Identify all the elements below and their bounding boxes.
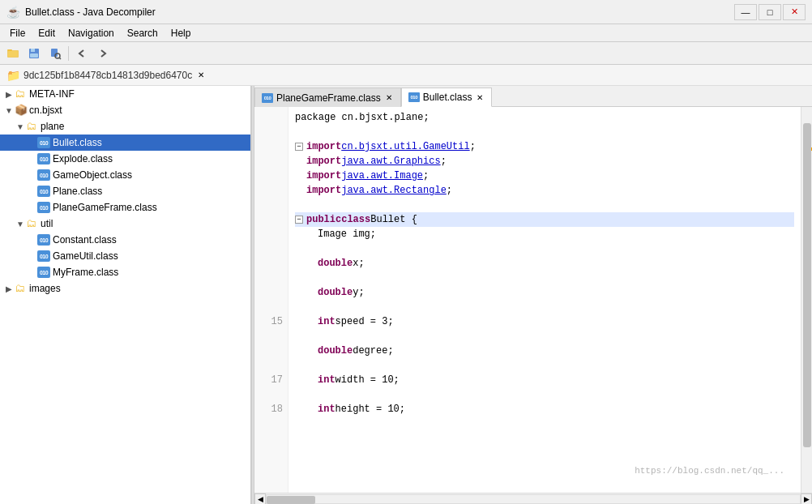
- tab-close-bullet[interactable]: ✕: [475, 92, 485, 102]
- tree-item-explode[interactable]: ▶ 010 Explode.class: [0, 151, 250, 167]
- save-button[interactable]: [24, 45, 44, 62]
- file-path-close-button[interactable]: ✕: [195, 70, 207, 81]
- expand-meta-inf[interactable]: ▶: [3, 88, 15, 100]
- collapse-class-btn[interactable]: −: [295, 216, 303, 224]
- ln-12: [254, 271, 288, 285]
- expand-util[interactable]: ▼: [15, 218, 26, 229]
- ln-10: [254, 241, 288, 256]
- field-speed: speed = 3;: [335, 314, 394, 329]
- tree-label-planegameframe: PlaneGameFrame.class: [53, 202, 157, 213]
- ln-5: [254, 169, 288, 183]
- menu-navigation[interactable]: Navigation: [62, 24, 121, 41]
- tab-bullet[interactable]: 010 Bullet.class ✕: [401, 88, 493, 107]
- collapse-import-btn[interactable]: −: [295, 143, 303, 151]
- menu-search[interactable]: Search: [121, 24, 165, 41]
- tree-item-meta-inf[interactable]: ▶ 🗂 META-INF: [0, 86, 250, 102]
- tree-label-cn-bjsxt: cn.bjsxt: [29, 105, 62, 116]
- close-button[interactable]: ✕: [783, 4, 806, 20]
- svg-rect-2: [8, 51, 18, 57]
- semicolon-1: ;: [470, 139, 476, 154]
- search-file-icon: [49, 47, 62, 60]
- kw-import-3: import: [306, 169, 341, 183]
- search-file-button[interactable]: [45, 45, 65, 62]
- tree-item-plane[interactable]: ▼ 🗂 plane: [0, 118, 250, 135]
- code-area: 15 17 18 package cn.bjsxt.plane; −: [254, 107, 812, 493]
- tree-item-planegameframe[interactable]: ▶ 010 PlaneGameFrame.class: [0, 199, 250, 216]
- bottom-bar: ◀ ▶: [254, 493, 812, 504]
- tab-bar: 010 PlaneGameFrame.class ✕ 010 Bullet.cl…: [254, 86, 812, 107]
- expand-explode: ▶: [26, 153, 37, 164]
- tree-item-util[interactable]: ▼ 🗂 util: [0, 216, 250, 232]
- file-tree[interactable]: ▶ 🗂 META-INF ▼ 📦 cn.bjsxt ▼ 🗂 plane ▶ 01…: [0, 86, 251, 504]
- main-content: ▶ 🗂 META-INF ▼ 📦 cn.bjsxt ▼ 🗂 plane ▶ 01…: [0, 86, 812, 504]
- scroll-thumb[interactable]: [803, 123, 811, 447]
- expand-plane[interactable]: ▼: [15, 121, 26, 132]
- tab-close-planegameframe[interactable]: ✕: [384, 93, 394, 103]
- tree-item-bullet[interactable]: ▶ 010 Bullet.class: [0, 135, 250, 151]
- back-icon: [75, 47, 88, 60]
- code-line-11: double x;: [295, 256, 794, 271]
- ln-9: [254, 227, 288, 241]
- folder-icon-images: 🗂: [15, 282, 28, 295]
- code-line-16: [295, 329, 794, 344]
- kw-int-width: int: [318, 373, 335, 387]
- tree-label-meta-inf: META-INF: [29, 88, 75, 100]
- import-graphics[interactable]: java.awt.Graphics: [341, 154, 440, 169]
- open-icon: [6, 47, 19, 60]
- tree-item-gameutil[interactable]: ▶ 010 GameUtil.class: [0, 248, 250, 264]
- tree-item-gameobject[interactable]: ▶ 010 GameObject.class: [0, 167, 250, 183]
- kw-public: public: [306, 212, 341, 227]
- expand-cn-bjsxt[interactable]: ▼: [3, 105, 15, 116]
- forward-button[interactable]: [93, 45, 113, 62]
- tree-label-myframe: MyFrame.class: [53, 267, 118, 278]
- open-file-button[interactable]: [3, 45, 23, 62]
- kw-class: class: [341, 212, 370, 227]
- scroll-right-button[interactable]: ▶: [801, 493, 812, 505]
- maximize-button[interactable]: □: [759, 4, 781, 20]
- expand-planegameframe: ▶: [26, 202, 37, 213]
- tree-item-images[interactable]: ▶ 🗂 images: [0, 280, 250, 297]
- ln-14: [254, 300, 288, 314]
- code-line-17: double degree;: [295, 344, 794, 358]
- field-x: x;: [353, 256, 364, 271]
- import-image[interactable]: java.awt.Image: [341, 169, 423, 183]
- tree-item-cn-bjsxt[interactable]: ▼ 📦 cn.bjsxt: [0, 102, 250, 118]
- tree-item-constant[interactable]: ▶ 010 Constant.class: [0, 232, 250, 248]
- expand-plane-class: ▶: [26, 186, 37, 197]
- class-icon-explode: 010: [37, 153, 50, 164]
- menu-help[interactable]: Help: [165, 24, 198, 41]
- class-icon-bullet: 010: [37, 137, 50, 148]
- code-line-15: int speed = 3;: [295, 314, 794, 329]
- tree-item-plane-class[interactable]: ▶ 010 Plane.class: [0, 183, 250, 199]
- import-gameutil[interactable]: cn.bjsxt.util.GameUtil: [341, 139, 469, 154]
- back-button[interactable]: [72, 45, 92, 62]
- code-line-10: [295, 241, 794, 256]
- ln-3: [254, 139, 288, 154]
- field-degree: degree;: [353, 344, 393, 358]
- expand-images[interactable]: ▶: [3, 283, 15, 294]
- minimize-button[interactable]: —: [734, 4, 757, 20]
- tab-planegameframe[interactable]: 010 PlaneGameFrame.class ✕: [254, 88, 401, 107]
- tree-label-plane: plane: [41, 121, 64, 132]
- code-line-5: import java.awt.Image ;: [295, 169, 794, 183]
- tree-label-images: images: [29, 283, 61, 294]
- horizontal-scrollbar[interactable]: [266, 494, 801, 504]
- field-width: width = 10;: [335, 373, 400, 387]
- code-content[interactable]: package cn.bjsxt.plane; − import cn.bjsx…: [288, 107, 801, 493]
- code-line-21: int height = 10;: [295, 402, 794, 416]
- class-icon-gameutil: 010: [37, 250, 50, 262]
- code-line-20: [295, 387, 794, 402]
- h-scroll-thumb[interactable]: [267, 496, 315, 504]
- scroll-left-button[interactable]: ◀: [254, 493, 266, 505]
- vertical-scrollbar[interactable]: [801, 107, 812, 493]
- ln-6: [254, 183, 288, 198]
- kw-double-degree: double: [318, 344, 353, 358]
- menu-file[interactable]: File: [3, 24, 32, 41]
- import-rectangle[interactable]: java.awt.Rectangle: [341, 183, 447, 198]
- tab-class-icon-bullet: 010: [408, 92, 420, 102]
- file-path-bar: 📁 9dc125bf1b84478cb14813d9bed6470c ✕: [0, 65, 812, 86]
- forward-icon: [96, 47, 109, 60]
- kw-double-y: double: [318, 285, 353, 300]
- tree-item-myframe[interactable]: ▶ 010 MyFrame.class: [0, 264, 250, 280]
- menu-edit[interactable]: Edit: [32, 24, 62, 41]
